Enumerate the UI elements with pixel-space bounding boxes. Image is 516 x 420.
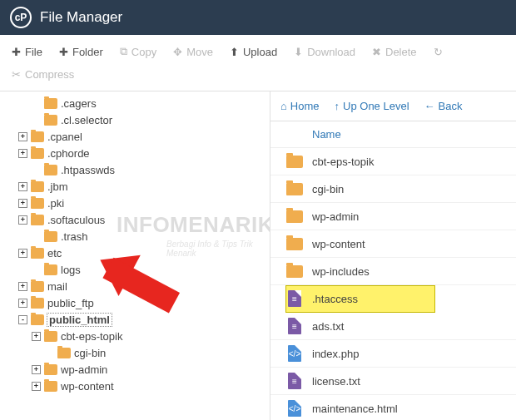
file-name: .htaccess — [312, 293, 358, 305]
expand-icon[interactable]: + — [18, 182, 27, 191]
file-name: wp-content — [312, 238, 365, 250]
tree-label[interactable]: etc — [47, 247, 62, 259]
folder-icon — [57, 348, 71, 358]
tree-label[interactable]: .trash — [61, 230, 88, 243]
up-one-level-button[interactable]: ↑Up One Level — [335, 100, 409, 112]
file-name: wp-includes — [312, 265, 370, 278]
folder-icon — [285, 152, 304, 170]
expand-icon[interactable]: + — [32, 382, 41, 391]
folder-button[interactable]: ✚Folder — [51, 40, 112, 63]
folder-icon — [285, 180, 304, 198]
toolbar: ✚File ✚Folder ⧉Copy ✥Move ⬆Upload ⬇Downl… — [0, 35, 516, 91]
file-row[interactable]: cbt-eps-topik — [270, 148, 516, 175]
expand-icon[interactable]: + — [32, 332, 41, 341]
tree-node[interactable]: +wp-content — [5, 378, 265, 394]
folder-icon — [31, 298, 44, 309]
compress-button[interactable]: ✂Compress — [3, 63, 513, 86]
copy-icon: ⧉ — [120, 45, 127, 58]
folder-icon — [285, 235, 304, 253]
expand-icon[interactable]: + — [18, 299, 27, 308]
expander-blank — [32, 265, 41, 274]
tree-node[interactable]: logs — [5, 261, 265, 278]
file-name: maintenance.html — [312, 403, 398, 415]
delete-button[interactable]: ✖Delete — [364, 40, 425, 63]
expander-blank — [32, 232, 41, 241]
file-list[interactable]: cbt-eps-topikcgi-binwp-adminwp-contentwp… — [270, 148, 516, 420]
file-name: cbt-eps-topik — [312, 156, 374, 168]
tree-node[interactable]: +.pki — [5, 195, 265, 211]
tree-node[interactable]: cgi-bin — [5, 344, 265, 361]
collapse-icon[interactable]: - — [18, 315, 27, 324]
expand-icon[interactable]: + — [18, 199, 27, 208]
restore-button[interactable]: ↻ — [425, 40, 451, 63]
tree-node[interactable]: +.cpanel — [5, 128, 265, 145]
tree-label[interactable]: cgi-bin — [74, 347, 106, 359]
expand-icon[interactable]: + — [18, 249, 27, 258]
back-arrow-icon: ← — [424, 100, 435, 112]
expand-icon[interactable]: + — [18, 282, 27, 291]
tree-label[interactable]: .pki — [47, 197, 64, 210]
tree-node[interactable]: +wp-admin — [5, 361, 265, 378]
file-row[interactable]: wp-content — [270, 230, 516, 258]
folder-icon — [31, 198, 44, 209]
upload-button[interactable]: ⬆Upload — [221, 40, 285, 63]
tree-node[interactable]: .trash — [5, 228, 265, 245]
tree-label[interactable]: public_ftp — [47, 297, 94, 309]
back-button[interactable]: ←Back — [424, 100, 463, 112]
expand-icon[interactable]: + — [32, 365, 41, 374]
plus-icon: ✚ — [12, 46, 21, 58]
folder-icon — [31, 181, 44, 192]
tree-label[interactable]: .htpasswds — [61, 164, 115, 176]
file-row[interactable]: cgi-bin — [270, 175, 516, 203]
home-button[interactable]: ⌂Home — [280, 100, 320, 112]
tree-node[interactable]: .cl.selector — [5, 111, 265, 128]
tree-node[interactable]: .cagers — [5, 95, 265, 111]
expander-blank — [32, 166, 41, 175]
file-icon: ≡ — [285, 317, 304, 335]
tree-label[interactable]: .softaculous — [47, 214, 105, 226]
tree-label[interactable]: .cagers — [61, 97, 97, 110]
file-row[interactable]: ≡.htaccess — [285, 285, 435, 313]
tree-node[interactable]: .htpasswds — [5, 161, 265, 178]
column-header-name[interactable]: Name — [270, 121, 516, 148]
cpanel-logo-icon: cP — [10, 7, 32, 28]
tree-label[interactable]: .cphorde — [47, 147, 90, 160]
tree-label[interactable]: .cpanel — [47, 131, 82, 143]
tree-label[interactable]: wp-content — [61, 380, 114, 393]
folder-tree[interactable]: INFOMENARIK Berbagi Info & Tips Trik Men… — [0, 91, 270, 420]
expand-icon[interactable]: + — [18, 215, 27, 225]
tree-label[interactable]: mail — [47, 280, 67, 293]
download-button[interactable]: ⬇Download — [285, 40, 364, 63]
tree-label[interactable]: cbt-eps-topik — [61, 330, 122, 343]
tree-node[interactable]: +mail — [5, 278, 265, 294]
file-row[interactable]: ≡license.txt — [270, 368, 516, 395]
file-row[interactable]: wp-admin — [270, 203, 516, 230]
folder-icon — [31, 215, 44, 225]
file-row[interactable]: wp-includes — [270, 258, 516, 285]
file-icon: ≡ — [285, 372, 304, 390]
folder-icon — [44, 364, 57, 375]
tree-label[interactable]: public_html — [47, 314, 112, 326]
tree-label[interactable]: wp-admin — [61, 363, 107, 376]
file-button[interactable]: ✚File — [3, 40, 51, 63]
folder-icon — [31, 248, 44, 259]
tree-node[interactable]: +.softaculous — [5, 211, 265, 228]
expand-icon[interactable]: + — [18, 149, 27, 158]
file-row[interactable]: </>maintenance.html — [270, 395, 516, 420]
folder-icon — [44, 331, 57, 342]
file-icon: </> — [285, 399, 304, 418]
tree-label[interactable]: .jbm — [47, 180, 68, 193]
tree-node[interactable]: +etc — [5, 245, 265, 261]
tree-node[interactable]: +.cphorde — [5, 145, 265, 161]
tree-node[interactable]: -public_html — [5, 311, 265, 328]
tree-node[interactable]: +.jbm — [5, 178, 265, 195]
tree-label[interactable]: logs — [61, 264, 81, 276]
copy-button[interactable]: ⧉Copy — [112, 40, 165, 63]
tree-label[interactable]: .cl.selector — [61, 114, 112, 126]
file-row[interactable]: </>index.php — [270, 340, 516, 368]
expand-icon[interactable]: + — [18, 132, 27, 141]
file-row[interactable]: ≡ads.txt — [270, 313, 516, 340]
tree-node[interactable]: +public_ftp — [5, 294, 265, 311]
move-button[interactable]: ✥Move — [165, 40, 221, 63]
tree-node[interactable]: +cbt-eps-topik — [5, 328, 265, 344]
